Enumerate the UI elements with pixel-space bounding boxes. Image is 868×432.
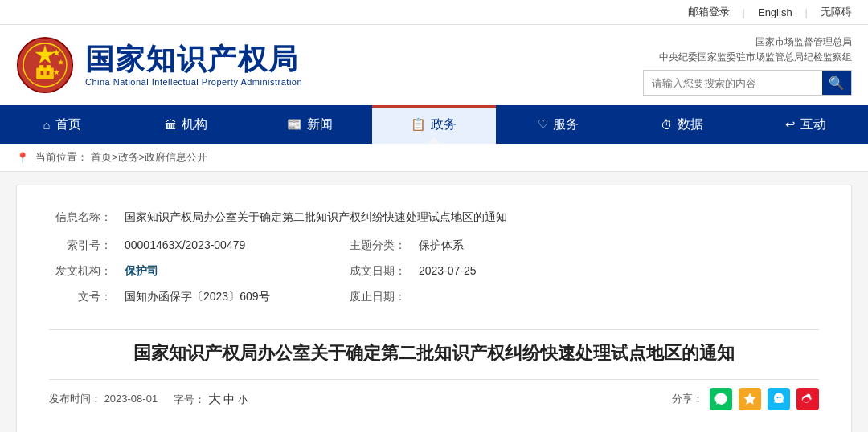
publish-date-value: 2023-08-01 (104, 393, 158, 405)
nav-gov[interactable]: 📋 政务 (372, 105, 496, 144)
header-links: 国家市场监督管理总局 中央纪委国家监委驻市场监管总局纪检监察组 (659, 35, 852, 65)
gov-icon: 📋 (411, 117, 426, 132)
font-large-btn[interactable]: 大 (208, 392, 221, 406)
svg-rect-8 (47, 65, 51, 71)
doc-num-label: 文号： (49, 284, 118, 310)
issuer-label: 发文机构： (49, 259, 118, 284)
navbar: ⌂ 首页 🏛 机构 📰 新闻 📋 政务 ♡ 服务 ⏱ 数据 ↩ 互动 (0, 105, 868, 144)
svg-rect-9 (41, 71, 44, 75)
logo-emblem (16, 36, 74, 94)
search-input[interactable] (644, 71, 822, 95)
nav-institution-label: 机构 (182, 116, 207, 133)
date-label: 成文日期： (343, 259, 412, 284)
mailbox-link[interactable]: 邮箱登录 (688, 5, 730, 19)
svg-rect-7 (39, 65, 43, 71)
nav-data[interactable]: ⏱ 数据 (620, 105, 743, 144)
accessibility-link[interactable]: 无障碍 (821, 5, 852, 19)
share-weibo-icon[interactable] (796, 388, 819, 410)
issuer-value: 保护司 (118, 259, 343, 284)
data-icon: ⏱ (661, 118, 673, 132)
theme-value: 保护体系 (412, 233, 819, 259)
logo-area: 国家知识产权局 China National Intellectual Prop… (16, 36, 643, 94)
breadcrumb-path[interactable]: 首页>政务>政府信息公开 (91, 150, 207, 165)
index-value: 00001463X/2023-00479 (118, 233, 343, 259)
meta-left: 发布时间： 2023-08-01 字号： 大 中 小 (49, 391, 248, 408)
header: 国家知识产权局 China National Intellectual Prop… (0, 25, 868, 105)
logo-text: 国家知识产权局 China National Intellectual Prop… (85, 43, 302, 87)
date-value: 2023-07-25 (412, 259, 819, 284)
main-content: 信息名称： 国家知识产权局办公室关于确定第二批知识产权纠纷快速处理试点地区的通知… (16, 185, 852, 432)
breadcrumb: 📍 当前位置： 首页>政务>政府信息公开 (0, 144, 868, 172)
info-row-docnum-expiry: 文号： 国知办函保字〔2023〕609号 废止日期： (49, 284, 819, 310)
logo-en: China National Intellectual Property Adm… (85, 77, 302, 87)
news-icon: 📰 (287, 117, 302, 132)
document-info-table: 信息名称： 国家知识产权局办公室关于确定第二批知识产权纠纷快速处理试点地区的通知… (49, 205, 819, 310)
share-wechat-icon[interactable] (710, 388, 732, 410)
theme-label: 主题分类： (343, 233, 412, 259)
logo-cn: 国家知识产权局 (85, 43, 302, 75)
info-row-issuer-date: 发文机构： 保护司 成文日期： 2023-07-25 (49, 259, 819, 284)
font-small-btn[interactable]: 小 (238, 394, 248, 406)
search-button[interactable]: 🔍 (822, 71, 851, 95)
expiry-label: 废止日期： (343, 284, 412, 310)
nav-data-label: 数据 (678, 116, 703, 133)
institution-icon: 🏛 (165, 118, 177, 132)
article-meta: 发布时间： 2023-08-01 字号： 大 中 小 分享： (49, 379, 819, 418)
nav-service-label: 服务 (553, 116, 579, 133)
font-medium-btn[interactable]: 中 (223, 393, 235, 406)
breadcrumb-prefix: 当前位置： (35, 150, 88, 165)
svg-rect-10 (47, 71, 50, 75)
home-icon: ⌂ (43, 118, 51, 132)
nav-interact[interactable]: ↩ 互动 (744, 105, 868, 144)
publish-date: 发布时间： 2023-08-01 (49, 392, 158, 406)
divider2: | (805, 6, 808, 18)
share-section: 分享： (672, 388, 819, 410)
search-box: 🔍 (643, 70, 852, 96)
svg-rect-6 (36, 68, 54, 79)
doc-num-value: 国知办函保字〔2023〕609号 (118, 284, 343, 310)
nav-home-label: 首页 (55, 116, 81, 133)
share-favorites-icon[interactable] (739, 388, 761, 410)
info-title-label: 信息名称： (49, 205, 118, 233)
publish-label: 发布时间： (49, 393, 101, 405)
top-bar: 邮箱登录 | English | 无障碍 (0, 0, 868, 25)
nav-interact-label: 互动 (800, 116, 826, 133)
nav-gov-label: 政务 (431, 116, 457, 133)
font-size-section: 字号： 大 中 小 (174, 391, 248, 408)
nav-home[interactable]: ⌂ 首页 (0, 105, 124, 144)
interact-icon: ↩ (785, 117, 796, 132)
share-qq-icon[interactable] (768, 388, 790, 410)
nav-news-label: 新闻 (307, 116, 333, 133)
info-title-row: 信息名称： 国家知识产权局办公室关于确定第二批知识产权纠纷快速处理试点地区的通知 (49, 205, 819, 233)
nav-news[interactable]: 📰 新闻 (248, 105, 372, 144)
nav-institution[interactable]: 🏛 机构 (124, 105, 248, 144)
info-title-value: 国家知识产权局办公室关于确定第二批知识产权纠纷快速处理试点地区的通知 (118, 205, 819, 233)
header-right: 国家市场监督管理总局 中央纪委国家监委驻市场监管总局纪检监察组 🔍 (643, 35, 852, 96)
share-label: 分享： (672, 392, 703, 406)
info-row-index-theme: 索引号： 00001463X/2023-00479 主题分类： 保护体系 (49, 233, 819, 259)
index-label: 索引号： (49, 233, 118, 259)
divider-line (49, 329, 819, 330)
article-title: 国家知识产权局办公室关于确定第二批知识产权纠纷快速处理试点地区的通知 (49, 340, 819, 366)
expiry-value (412, 284, 819, 310)
top-bar-links: 邮箱登录 | English | 无障碍 (688, 5, 852, 19)
service-icon: ♡ (538, 117, 548, 132)
divider1: | (743, 6, 745, 18)
font-label: 字号： (174, 393, 205, 406)
pin-icon: 📍 (16, 152, 29, 164)
header-link2[interactable]: 中央纪委国家监委驻市场监管总局纪检监察组 (659, 50, 852, 65)
nav-service[interactable]: ♡ 服务 (496, 105, 620, 144)
english-link[interactable]: English (758, 6, 792, 18)
header-link1[interactable]: 国家市场监督管理总局 (659, 35, 852, 50)
